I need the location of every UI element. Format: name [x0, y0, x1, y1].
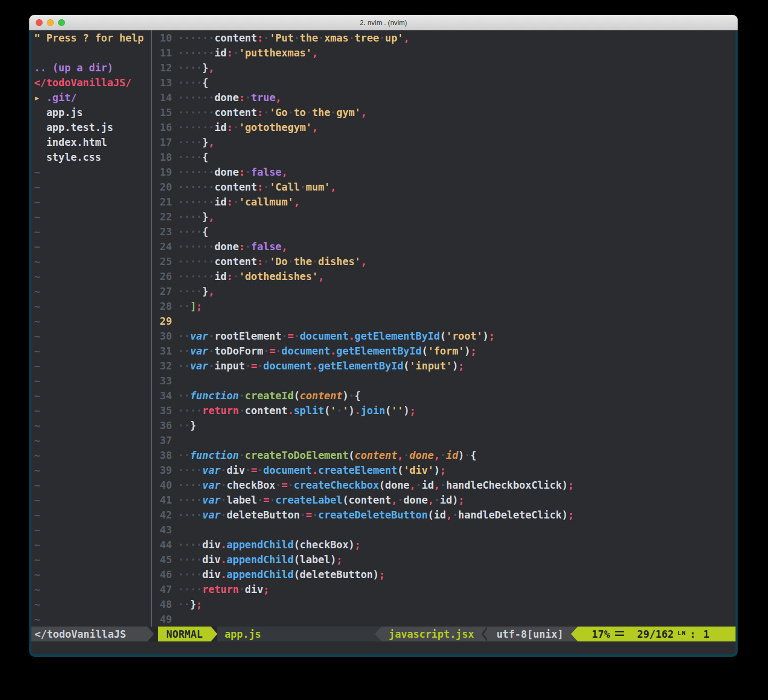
- tilde-marker: ~: [31, 582, 151, 597]
- code-line-19[interactable]: 19······done:·false,: [152, 164, 736, 179]
- line-number: 39: [152, 463, 172, 477]
- code-text: ······id:·'gotothegym',: [178, 120, 736, 135]
- code-line-15[interactable]: 15······content:·'Go·to·the·gym',: [152, 105, 736, 120]
- code-line-43[interactable]: 43: [152, 522, 736, 537]
- colon-separator: :: [690, 627, 696, 641]
- code-line-30[interactable]: 30··var·rootElement·=·document.getElemen…: [152, 328, 736, 343]
- code-line-22[interactable]: 22····},: [152, 209, 736, 224]
- line-number: 10: [152, 30, 172, 45]
- code-line-12[interactable]: 12····},: [152, 60, 736, 75]
- code-line-35[interactable]: 35····return·content.split('·').join('')…: [152, 403, 736, 418]
- terminal-window: 2. nvim . (nvim) " Press ? for help.. (u…: [29, 15, 738, 657]
- statusbar-filename: app.js: [217, 627, 262, 641]
- code-line-36[interactable]: 36··}: [152, 418, 736, 433]
- titlebar[interactable]: 2. nvim . (nvim): [29, 15, 738, 30]
- code-line-24[interactable]: 24······done:·false,: [152, 239, 736, 254]
- code-line-37[interactable]: 37: [152, 433, 736, 448]
- code-line-13[interactable]: 13····{: [152, 75, 736, 90]
- line-number: 18: [152, 150, 172, 164]
- code-line-40[interactable]: 40····var·checkBox·=·createCheckbox(done…: [152, 477, 736, 492]
- code-line-33[interactable]: 33: [152, 373, 736, 388]
- tilde-marker: ~: [31, 209, 151, 224]
- code-line-44[interactable]: 44····div.appendChild(checkBox);: [152, 537, 736, 552]
- line-number: 26: [152, 269, 172, 284]
- line-number: 47: [152, 582, 172, 597]
- sidebar-item-style-css[interactable]: style.css: [31, 150, 151, 164]
- line-number: 43: [152, 522, 172, 537]
- code-line-20[interactable]: 20······content:·'Call·mum',: [152, 179, 736, 194]
- line-number: 41: [152, 492, 172, 507]
- nerdtree-sidebar[interactable]: " Press ? for help.. (up a dir)</todoVan…: [31, 30, 151, 627]
- code-line-25[interactable]: 25······content:·'Do·the·dishes',: [152, 254, 736, 269]
- line-number-icon: [677, 628, 685, 640]
- statusbar-position: 17% 29/162 : 1: [578, 627, 736, 641]
- code-line-31[interactable]: 31··var·toDoForm·=·document.getElementBy…: [152, 343, 736, 358]
- code-line-32[interactable]: 32··var·input·=·document.getElementById(…: [152, 358, 736, 373]
- tilde-marker: ~: [31, 552, 151, 567]
- tilde-marker: ~: [31, 314, 151, 328]
- code-text: ··};: [178, 597, 736, 612]
- line-number: 14: [152, 90, 172, 105]
- line-number: 12: [152, 60, 172, 75]
- code-line-26[interactable]: 26······id:·'dothedishes',: [152, 269, 736, 284]
- tilde-marker: ~: [31, 463, 151, 477]
- statusbar-filetype: javascript.jsx: [381, 627, 481, 641]
- tilde-marker: ~: [31, 224, 151, 239]
- tilde-marker: ~: [31, 254, 151, 269]
- editor-pane[interactable]: 10······content:·'Put·the·xmas·tree·up',…: [152, 30, 736, 627]
- line-number: 25: [152, 254, 172, 269]
- tilde-marker: ~: [31, 328, 151, 343]
- code-text: ··];: [178, 299, 736, 314]
- powerline-separator-icon: [375, 627, 381, 641]
- code-line-21[interactable]: 21······id:·'callmum',: [152, 194, 736, 209]
- code-text: [178, 522, 736, 537]
- code-line-41[interactable]: 41····var·label·=·createLabel(content,·d…: [152, 492, 736, 507]
- code-line-11[interactable]: 11······id:·'putthexmas',: [152, 45, 736, 60]
- code-line-47[interactable]: 47····return·div;: [152, 582, 736, 597]
- code-line-17[interactable]: 17····},: [152, 135, 736, 150]
- code-line-14[interactable]: 14······done:·true,: [152, 90, 736, 105]
- tilde-marker: ~: [31, 612, 151, 627]
- line-position: 29/162: [637, 627, 674, 641]
- tilde-marker: ~: [31, 269, 151, 284]
- code-line-34[interactable]: 34··function·createId(content)·{: [152, 388, 736, 403]
- sidebar-root-node[interactable]: </todoVanillaJS/: [31, 75, 151, 90]
- sidebar-item-index-html[interactable]: index.html: [31, 135, 151, 150]
- code-text: ··function·createToDoElement(content,·do…: [178, 448, 736, 463]
- line-number: 38: [152, 448, 172, 463]
- code-line-18[interactable]: 18····{: [152, 150, 736, 164]
- code-line-38[interactable]: 38··function·createToDoElement(content,·…: [152, 448, 736, 463]
- code-line-27[interactable]: 27····},: [152, 284, 736, 299]
- command-line[interactable]: [31, 641, 736, 654]
- line-number: 32: [152, 358, 172, 373]
- code-line-23[interactable]: 23····{: [152, 224, 736, 239]
- code-line-29[interactable]: 29: [152, 314, 736, 328]
- tilde-marker: ~: [31, 299, 151, 314]
- line-number: 17: [152, 135, 172, 150]
- expand-arrow-icon[interactable]: ▸: [34, 92, 46, 103]
- sidebar-item-git[interactable]: ▸ .git/: [31, 90, 151, 105]
- code-line-28[interactable]: 28··];: [152, 299, 736, 314]
- line-number: 42: [152, 507, 172, 522]
- code-text: ····div.appendChild(label);: [178, 552, 736, 567]
- statusbar: </todoVanillaJS NORMAL app.js javascript…: [31, 627, 736, 641]
- tilde-marker: ~: [31, 239, 151, 254]
- tilde-marker: ~: [31, 522, 151, 537]
- code-text: ··function·createId(content)·{: [178, 388, 736, 403]
- code-line-49[interactable]: 49: [152, 612, 736, 627]
- code-line-46[interactable]: 46····div.appendChild(deleteButton);: [152, 567, 736, 582]
- code-line-10[interactable]: 10······content:·'Put·the·xmas·tree·up',: [152, 30, 736, 45]
- code-text: ······id:·'callmum',: [178, 194, 736, 209]
- code-line-45[interactable]: 45····div.appendChild(label);: [152, 552, 736, 567]
- sidebar-item-app-js[interactable]: app.js: [31, 105, 151, 120]
- tilde-marker: ~: [31, 194, 151, 209]
- sidebar-item-up-dir[interactable]: .. (up a dir): [31, 60, 151, 75]
- tilde-marker: ~: [31, 597, 151, 612]
- code-text: ····},: [178, 209, 736, 224]
- sidebar-item-app-test-js[interactable]: app.test.js: [31, 120, 151, 135]
- code-line-42[interactable]: 42····var·deleteButton·=·createDeleteBut…: [152, 507, 736, 522]
- tilde-marker: ~: [31, 537, 151, 552]
- code-line-48[interactable]: 48··};: [152, 597, 736, 612]
- code-line-16[interactable]: 16······id:·'gotothegym',: [152, 120, 736, 135]
- code-line-39[interactable]: 39····var·div·=·document.createElement('…: [152, 463, 736, 477]
